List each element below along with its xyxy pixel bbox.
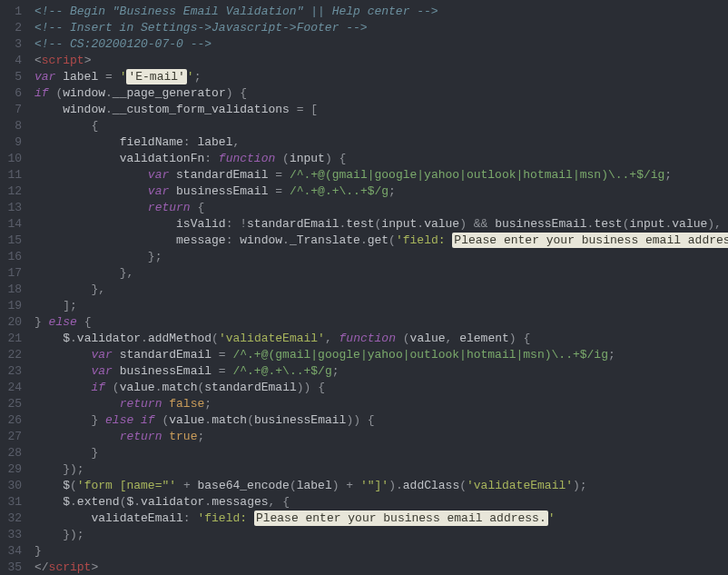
token-punct: )) { (346, 413, 374, 427)
code-line: } (34, 445, 728, 461)
token-punct: + (183, 479, 198, 492)
token-punct: ( (247, 413, 254, 427)
token-str: ' (187, 70, 194, 84)
token-ident: value (410, 332, 446, 345)
token-str: 'validateEmail' (467, 479, 573, 492)
token-ident: fieldName (120, 135, 183, 149)
line-number: 22 (4, 347, 22, 363)
token-punct: > (91, 560, 98, 574)
code-line: isValid: !standardEmail.test(input.value… (34, 216, 728, 233)
code-line: if (window.__page_generator) { (34, 85, 728, 102)
token-hl: 'E-mail' (126, 69, 186, 84)
token (133, 413, 141, 427)
token-ident: base64_encode (197, 479, 289, 492)
token-ident: validateEmail (91, 511, 182, 525)
token-punct: ! (240, 217, 247, 231)
token-ident: addMethod (148, 332, 212, 345)
code-line: return false; (34, 396, 728, 412)
line-number: 35 (4, 560, 22, 575)
token-ident: __custom_form_validations (113, 103, 297, 116)
code-line: ]; (34, 298, 728, 314)
line-number: 21 (4, 331, 22, 347)
token-punct: ]; (63, 299, 77, 312)
token-punct: ( (282, 152, 290, 165)
code-line: $.extend($.validator.messages, { (34, 494, 728, 511)
token-punct: . (70, 495, 77, 509)
code-line: <!-- Insert in Settings->Javascript->Foo… (34, 20, 728, 36)
token-decl: var (148, 184, 169, 198)
code-line: }, (34, 265, 728, 282)
line-number: 15 (4, 233, 22, 249)
token-ident: match (212, 413, 247, 427)
token-punct: </ (34, 560, 49, 574)
token: standardEmail (169, 168, 275, 182)
token-tag: script (49, 560, 92, 574)
token-ident: element (459, 332, 509, 345)
token-ident: value (120, 381, 155, 394)
token-punct: ) { (226, 86, 247, 100)
token-punct: ; (608, 348, 615, 362)
token-punct: : (226, 233, 241, 247)
token-punct: , (446, 332, 460, 345)
code-area: <!-- Begin "Business Email Validation" |… (29, 0, 728, 575)
token-regex: /^.+@.+\..+$/g (232, 364, 331, 378)
token-punct: . (360, 233, 368, 247)
token-punct: ( (459, 479, 467, 492)
line-number: 2 (4, 20, 22, 36)
token-punct: = (219, 348, 233, 362)
token-punct: { (84, 315, 92, 329)
token (176, 479, 183, 492)
line-number: 4 (4, 53, 22, 69)
token-ident: businessEmail (495, 217, 586, 231)
token-ident: $ (63, 495, 70, 509)
token-punct: ( (212, 332, 219, 345)
token-ident: value (424, 217, 459, 231)
token-punct: . (282, 233, 290, 247)
token-ident: test (346, 217, 374, 231)
token-punct: . (141, 332, 148, 345)
code-line: }); (34, 527, 728, 543)
line-number: 11 (4, 167, 22, 183)
line-number: 26 (4, 412, 22, 429)
token (105, 381, 113, 394)
token-ident: value (672, 217, 707, 231)
token-comment: <!-- Begin "Business Email Validation" |… (34, 5, 438, 18)
token-punct: ( (389, 233, 396, 247)
code-line: message: window._Translate.get('field: P… (34, 233, 728, 249)
line-number: 25 (4, 396, 22, 412)
token-hl: Please enter your business email address… (452, 233, 728, 248)
line-number: 34 (4, 543, 22, 560)
token-punct: ), (707, 217, 722, 231)
token-punct: } (91, 413, 105, 427)
token-punct: = (105, 70, 120, 84)
token-str: '"]' (360, 479, 389, 492)
token-str: 'validateEmail' (219, 332, 325, 345)
line-number: 28 (4, 445, 22, 461)
token-ident: get (368, 233, 389, 247)
token-decl: var (148, 168, 169, 182)
line-number: 14 (4, 216, 22, 233)
token-ident: validator (77, 332, 141, 345)
line-number: 31 (4, 494, 22, 511)
token-punct: = (219, 364, 233, 378)
line-number: 18 (4, 282, 22, 298)
line-number: 29 (4, 461, 22, 478)
token-decl: var (91, 348, 112, 362)
token-ident: message (176, 233, 226, 247)
code-line: $('form [name="' + base64_encode(label) … (34, 478, 728, 494)
line-number: 13 (4, 200, 22, 216)
token-ident: value (169, 413, 204, 427)
token-ident: label (297, 479, 332, 492)
code-line: return true; (34, 429, 728, 445)
code-line: if (value.match(standardEmail)) { (34, 380, 728, 396)
code-line: <script> (34, 53, 728, 69)
token-punct: { (91, 119, 98, 133)
code-line: var businessEmail = /^.+@.+\..+$/g; (34, 363, 728, 380)
token-punct: ; (332, 364, 339, 378)
code-line: var label = ''E-mail''; (34, 69, 728, 85)
token-punct: . (417, 217, 424, 231)
token-ident: validator (141, 495, 204, 509)
token-kw: function (219, 152, 275, 165)
token-ident: test (594, 217, 622, 231)
token-str: 'form [name="' (77, 479, 176, 492)
